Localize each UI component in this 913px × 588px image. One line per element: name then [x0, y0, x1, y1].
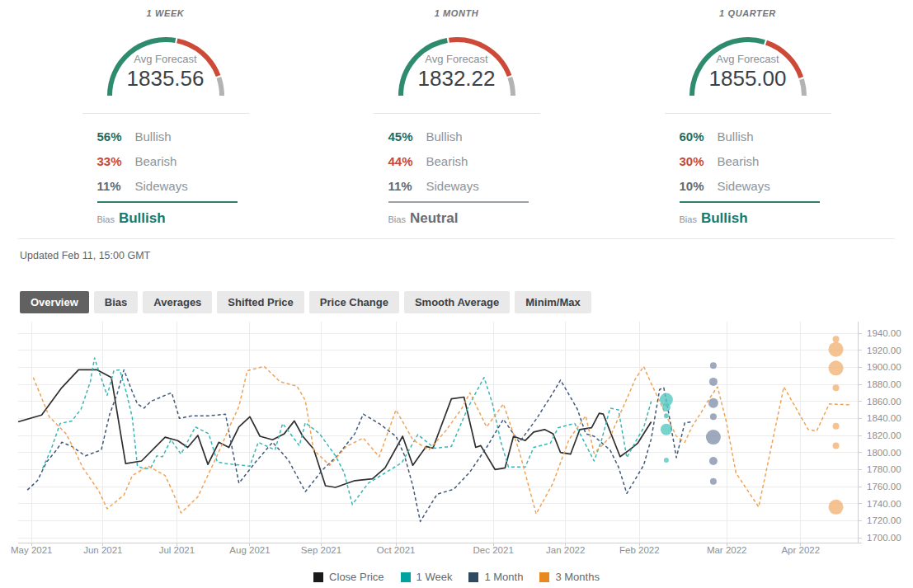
gauge-1-quarter: Avg Forecast 1855.00 — [665, 21, 831, 101]
tab-price-change[interactable]: Price Change — [309, 291, 399, 313]
one-week-swatch-icon — [401, 572, 411, 582]
sideways-pct: 11% — [388, 179, 418, 193]
bearish-row: 30% Bearish — [680, 148, 831, 173]
bias-row: Bias Neutral — [388, 210, 540, 227]
gauge-1-month: Avg Forecast 1832.22 — [374, 21, 540, 101]
bias-label: Bias — [97, 214, 115, 224]
svg-text:Apr 2022: Apr 2022 — [781, 545, 820, 555]
bias-underline — [97, 201, 238, 203]
price-forecast-chart: 1940.001920.001900.001880.001860.001840.… — [0, 320, 913, 567]
tab-bias[interactable]: Bias — [94, 291, 138, 313]
sideways-row: 10% Sideways — [680, 173, 831, 198]
avg-forecast-value: 1855.00 — [665, 66, 831, 92]
bearish-pct: 44% — [388, 154, 418, 168]
avg-forecast-label: Avg Forecast — [374, 53, 540, 65]
svg-text:1920.00: 1920.00 — [867, 346, 901, 355]
sideways-pct: 10% — [680, 179, 709, 193]
svg-text:Jul 2021: Jul 2021 — [159, 545, 195, 555]
bias-value: Neutral — [410, 210, 459, 227]
panel-divider — [374, 113, 540, 114]
bullish-label: Bullish — [718, 129, 754, 143]
forecast-panels: 1 WEEK Avg Forecast 1835.56 56% Bullish … — [0, 0, 913, 227]
svg-text:May 2021: May 2021 — [11, 545, 53, 555]
svg-text:Aug 2021: Aug 2021 — [229, 545, 270, 555]
tab-shifted-price[interactable]: Shifted Price — [217, 291, 304, 313]
legend-item-1-month[interactable]: 1 Month — [468, 571, 523, 583]
section-divider — [18, 238, 895, 239]
legend-item-close-price[interactable]: Close Price — [313, 571, 384, 583]
chart-legend: Close Price 1 Week 1 Month 3 Months — [0, 571, 913, 583]
bias-underline — [388, 201, 529, 203]
legend-label: 3 Months — [555, 571, 599, 583]
bearish-row: 44% Bearish — [388, 148, 540, 173]
svg-text:1700.00: 1700.00 — [867, 533, 901, 543]
svg-text:1740.00: 1740.00 — [867, 499, 901, 509]
bullish-pct: 60% — [680, 129, 709, 143]
bearish-label: Bearish — [135, 154, 177, 168]
forecast-panel-1-quarter: 1 QUARTER Avg Forecast 1855.00 60% Bulli… — [602, 8, 893, 227]
forecast-panel-1-month: 1 MONTH Avg Forecast 1832.22 45% Bullish… — [311, 8, 602, 227]
svg-text:1820.00: 1820.00 — [867, 430, 901, 440]
legend-label: 1 Week — [416, 571, 453, 583]
bearish-row: 33% Bearish — [97, 148, 249, 173]
one-month-swatch-icon — [468, 572, 478, 582]
bullish-row: 56% Bullish — [97, 124, 249, 148]
avg-forecast-label: Avg Forecast — [665, 53, 831, 65]
panel-divider — [82, 113, 249, 114]
svg-text:1760.00: 1760.00 — [867, 482, 901, 492]
sideways-label: Sideways — [718, 179, 770, 193]
tab-averages[interactable]: Averages — [143, 291, 212, 313]
bearish-label: Bearish — [718, 154, 760, 168]
bearish-pct: 33% — [97, 154, 127, 168]
sideways-label: Sideways — [135, 179, 188, 193]
sideways-label: Sideways — [426, 179, 479, 193]
bearish-label: Bearish — [426, 154, 468, 168]
svg-text:1720.00: 1720.00 — [867, 515, 901, 525]
tab-smooth-average[interactable]: Smooth Average — [404, 291, 510, 313]
bullish-pct: 56% — [97, 129, 127, 143]
panel-title: 1 MONTH — [374, 8, 540, 18]
svg-text:1940.00: 1940.00 — [867, 328, 901, 338]
svg-text:1900.00: 1900.00 — [867, 362, 901, 372]
bearish-pct: 30% — [680, 154, 709, 168]
svg-text:Oct 2021: Oct 2021 — [377, 545, 416, 555]
avg-forecast-value: 1832.22 — [374, 66, 540, 92]
tab-overview[interactable]: Overview — [20, 291, 89, 313]
bias-value: Bullish — [701, 210, 748, 227]
chart-tabs: Overview Bias Averages Shifted Price Pri… — [20, 291, 913, 313]
tab-minim-max[interactable]: Minim/Max — [515, 291, 591, 313]
updated-timestamp: Updated Feb 11, 15:00 GMT — [20, 250, 913, 261]
bullish-row: 45% Bullish — [388, 124, 540, 148]
legend-item-1-week[interactable]: 1 Week — [401, 571, 453, 583]
svg-text:Jun 2021: Jun 2021 — [83, 545, 122, 555]
three-months-swatch-icon — [539, 572, 549, 582]
bias-underline — [680, 201, 820, 203]
bullish-label: Bullish — [135, 129, 172, 143]
panel-divider — [665, 113, 831, 114]
svg-text:1780.00: 1780.00 — [867, 464, 901, 474]
panel-title: 1 WEEK — [82, 8, 249, 18]
bullish-row: 60% Bullish — [680, 124, 831, 148]
legend-label: Close Price — [329, 571, 384, 583]
close-price-swatch-icon — [313, 572, 323, 582]
avg-forecast-label: Avg Forecast — [82, 53, 249, 65]
avg-forecast-value: 1835.56 — [82, 66, 249, 92]
forecast-panel-1-week: 1 WEEK Avg Forecast 1835.56 56% Bullish … — [20, 8, 311, 227]
svg-text:Mar 2022: Mar 2022 — [707, 545, 747, 555]
svg-text:Sep 2021: Sep 2021 — [301, 545, 341, 555]
legend-item-3-months[interactable]: 3 Months — [539, 571, 599, 583]
bias-row: Bias Bullish — [97, 210, 249, 227]
bias-value: Bullish — [119, 210, 166, 227]
panel-title: 1 QUARTER — [665, 8, 831, 18]
svg-text:Jan 2022: Jan 2022 — [546, 545, 585, 555]
svg-text:Dec 2021: Dec 2021 — [473, 545, 514, 555]
legend-label: 1 Month — [484, 571, 523, 583]
sideways-row: 11% Sideways — [388, 173, 540, 198]
svg-text:1880.00: 1880.00 — [867, 379, 901, 389]
svg-text:Feb 2022: Feb 2022 — [619, 545, 660, 555]
bias-label: Bias — [388, 214, 406, 224]
sideways-row: 11% Sideways — [97, 173, 249, 198]
bullish-pct: 45% — [388, 129, 418, 143]
forecast-chart: 1940.001920.001900.001880.001860.001840.… — [0, 320, 913, 571]
svg-text:1800.00: 1800.00 — [867, 448, 901, 458]
